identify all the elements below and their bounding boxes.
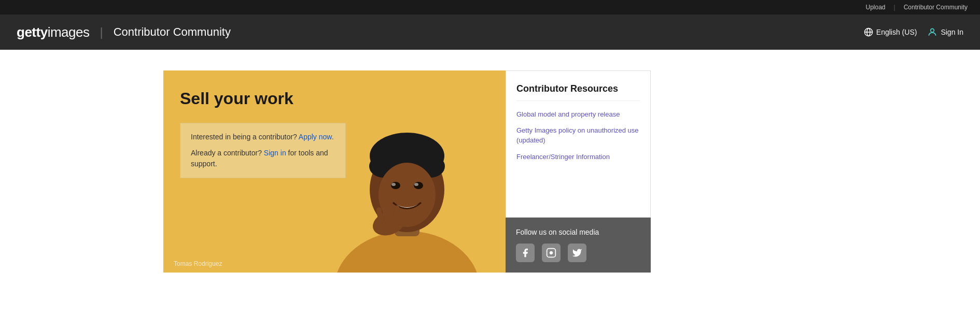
resources-list: Global model and property release Getty … [516,109,640,162]
logo: gettyimages [17,24,89,40]
upload-link[interactable]: Upload [865,4,885,11]
facebook-icon[interactable] [516,244,535,262]
user-icon [927,27,937,37]
resource-link-2[interactable]: Getty Images policy on unauthorized use … [516,126,639,144]
sign-in-button[interactable]: Sign In [927,27,963,37]
language-label: English (US) [876,28,917,36]
resources-box: Contributor Resources Global model and p… [506,70,651,218]
sign-in-link[interactable]: Sign in [264,149,286,157]
resources-title: Contributor Resources [516,83,640,101]
svg-point-4 [334,231,480,273]
apply-now-link[interactable]: Apply now. [299,133,334,141]
right-sidebar: Contributor Resources Global model and p… [506,70,651,273]
resource-link-3[interactable]: Freelancer/Stringer Information [516,153,610,161]
twitter-icon[interactable] [568,244,586,262]
top-navigation: Upload | Contributor Community [0,0,980,15]
sign-in-label: Sign In [941,28,963,36]
list-item: Global model and property release [516,109,640,119]
logo-light: images [48,24,90,40]
svg-point-3 [931,28,934,32]
hero-section: Sell your work Interested in being a con… [163,70,506,273]
social-box: Follow us on social media [506,218,651,273]
header-right: English (US) Sign In [864,27,963,37]
hero-title: Sell your work [180,89,489,108]
page-content: Sell your work Interested in being a con… [0,50,980,293]
nav-separator: | [894,4,895,11]
info-line-1: Interested in being a contributor? Apply… [191,132,335,142]
logo-bold: getty [17,24,48,40]
list-item: Freelancer/Stringer Information [516,152,640,162]
social-title: Follow us on social media [516,228,640,236]
social-icons [516,244,640,262]
logo-area: gettyimages | Contributor Community [17,24,231,40]
language-selector[interactable]: English (US) [864,27,917,37]
photo-credit: Tomas Rodriguez [174,260,222,267]
site-name: Contributor Community [114,25,231,39]
main-card: Sell your work Interested in being a con… [163,70,817,273]
instagram-icon[interactable] [542,244,561,262]
logo-divider: | [100,25,103,39]
community-link[interactable]: Contributor Community [904,4,968,11]
svg-rect-18 [388,204,394,221]
main-header: gettyimages | Contributor Community Engl… [0,15,980,50]
info-line-2: Already a contributor? Sign in for tools… [191,148,335,169]
hero-content: Sell your work Interested in being a con… [163,70,506,197]
info-box: Interested in being a contributor? Apply… [180,123,346,178]
resource-link-1[interactable]: Global model and property release [516,110,620,118]
globe-icon [864,27,873,37]
list-item: Getty Images policy on unauthorized use … [516,125,640,145]
